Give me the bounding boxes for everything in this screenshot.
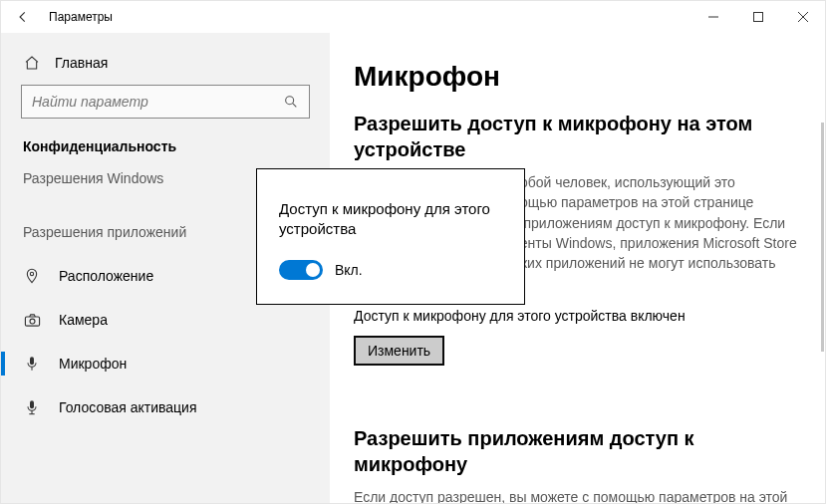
microphone-access-toggle[interactable] [279, 260, 323, 280]
minimize-button[interactable] [690, 1, 735, 33]
popup-title: Доступ к микрофону для этого устройства [279, 199, 502, 240]
svg-rect-9 [30, 357, 34, 365]
svg-rect-7 [25, 316, 39, 325]
camera-icon [23, 312, 41, 329]
toggle-state-label: Вкл. [335, 262, 363, 278]
search-input-container[interactable] [21, 85, 310, 119]
sidebar-item-label: Микрофон [59, 356, 127, 372]
microphone-icon [23, 356, 41, 372]
sidebar-home[interactable]: Главная [21, 45, 310, 85]
back-button[interactable] [1, 1, 45, 33]
close-button[interactable] [780, 1, 825, 33]
titlebar: Параметры [1, 1, 825, 33]
search-icon [283, 94, 299, 110]
sidebar-item-label: Расположение [59, 268, 153, 284]
svg-line-5 [293, 104, 297, 108]
svg-rect-11 [30, 400, 34, 408]
svg-rect-1 [753, 13, 762, 22]
page-title: Микрофон [354, 61, 801, 93]
sidebar-item-camera[interactable]: Камера [21, 298, 310, 342]
search-input[interactable] [32, 94, 283, 110]
section2-description: Если доступ разрешен, вы можете с помощь… [354, 487, 801, 503]
microphone-access-popup: Доступ к микрофону для этого устройства … [256, 168, 525, 305]
access-status: Доступ к микрофону для этого устройства … [354, 308, 801, 324]
sidebar-item-label: Голосовая активация [59, 399, 197, 415]
sidebar-item-label: Камера [59, 312, 108, 328]
sidebar-home-label: Главная [55, 55, 108, 71]
change-button[interactable]: Изменить [354, 336, 444, 366]
sidebar-item-voice-activation[interactable]: Голосовая активация [21, 385, 310, 429]
location-icon [23, 268, 41, 284]
sidebar-item-microphone[interactable]: Микрофон [21, 342, 310, 385]
home-icon [23, 55, 41, 71]
maximize-button[interactable] [735, 1, 780, 33]
section2-title: Разрешить приложениям доступ к микрофону [354, 425, 801, 477]
voice-icon [23, 399, 41, 415]
toggle-knob [306, 263, 320, 277]
window-title: Параметры [45, 10, 113, 24]
svg-point-4 [286, 97, 294, 105]
section1-title: Разрешить доступ к микрофону на этом уст… [354, 111, 801, 162]
sidebar-group-privacy[interactable]: Конфиденциальность [21, 119, 310, 160]
svg-point-6 [30, 272, 33, 275]
svg-point-8 [30, 319, 35, 324]
scrollbar[interactable] [821, 123, 824, 352]
